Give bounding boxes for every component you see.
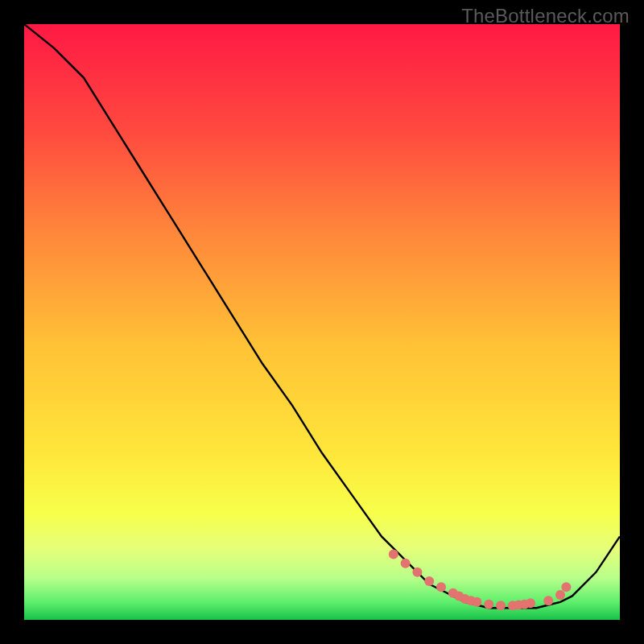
- marker-point: [412, 568, 422, 577]
- marker-point: [561, 582, 571, 592]
- marker-point: [401, 559, 411, 568]
- marker-point: [543, 596, 553, 605]
- chart-stage: TheBottleneck.com: [0, 0, 644, 644]
- plot-area: [24, 24, 620, 620]
- marker-point: [526, 598, 535, 608]
- marker-point: [389, 550, 398, 559]
- marker-point: [496, 601, 506, 610]
- marker-point: [472, 597, 481, 607]
- marker-point: [424, 576, 434, 586]
- marker-point: [555, 590, 565, 600]
- gradient-background: [24, 24, 620, 620]
- chart-svg: [24, 24, 620, 620]
- marker-point: [484, 600, 493, 609]
- marker-point: [436, 582, 446, 592]
